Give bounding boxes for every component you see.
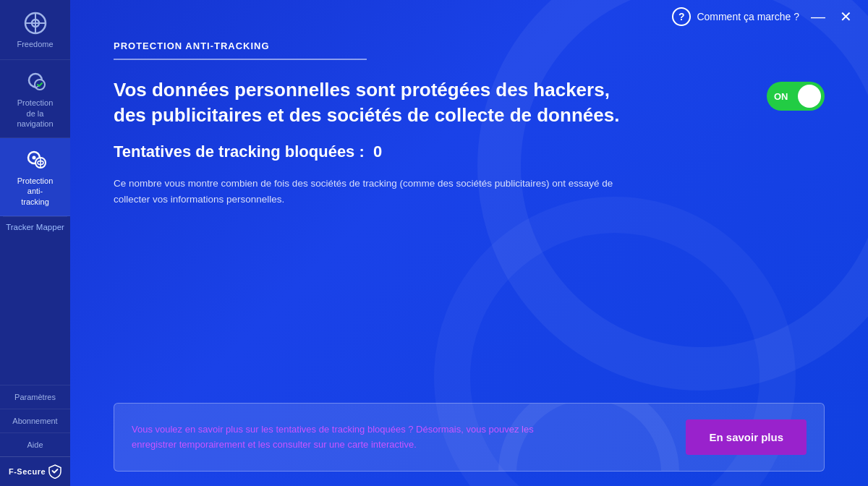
page-title: PROTECTION ANTI-TRACKING: [114, 40, 367, 60]
sidebar: Freedome Protectionde lanavigation Prote…: [0, 0, 70, 486]
main-section: Vos données personnelles sont protégées …: [114, 77, 825, 207]
sidebar-item-tracker-mapper[interactable]: Tracker Mapper: [3, 216, 67, 237]
tracking-count-value: 0: [373, 142, 382, 161]
tracking-description: Ce nombre vous montre combien de fois de…: [114, 176, 649, 207]
help-button[interactable]: ? Comment ça marche ?: [672, 7, 799, 26]
help-label: Comment ça marche ?: [697, 11, 799, 22]
promo-button[interactable]: En savoir plus: [686, 419, 807, 455]
toggle-label: ON: [774, 91, 788, 102]
svg-point-7: [32, 156, 35, 160]
help-icon: ?: [672, 7, 691, 26]
sidebar-item-aide[interactable]: Aide: [0, 432, 70, 456]
main-text-block: Vos données personnelles sont protégées …: [114, 77, 738, 207]
minimize-button[interactable]: —: [808, 8, 828, 25]
toggle-knob: [798, 85, 821, 108]
sidebar-item-parametres[interactable]: Paramètres: [0, 385, 70, 409]
tracking-count: Tentatives de tracking bloquées : 0: [114, 142, 738, 161]
close-button[interactable]: ✕: [837, 8, 855, 25]
content-area: PROTECTION ANTI-TRACKING Vos données per…: [70, 33, 868, 486]
sidebar-item-protection-navigation-label: Protectionde lanavigation: [17, 98, 53, 129]
sidebar-bottom: Paramètres Abonnement Aide F-Secure: [0, 385, 70, 486]
sidebar-item-abonnement[interactable]: Abonnement: [0, 409, 70, 432]
main-heading: Vos données personnelles sont protégées …: [114, 77, 620, 128]
main-content: ? Comment ça marche ? — ✕ PROTECTION ANT…: [70, 0, 868, 486]
sidebar-item-protection-anti-tracking-label: Protectionanti-tracking: [17, 176, 54, 207]
promo-card: Vous voulez en savoir plus sur les tenta…: [114, 403, 825, 472]
header: ? Comment ça marche ? — ✕: [70, 0, 868, 33]
sidebar-item-protection-anti-tracking[interactable]: Protectionanti-tracking: [0, 138, 70, 216]
sidebar-item-protection-navigation[interactable]: Protectionde lanavigation: [0, 60, 70, 138]
sidebar-item-freedome-label: Freedome: [17, 39, 53, 49]
fsecure-logo: F-Secure: [0, 456, 70, 486]
protection-toggle[interactable]: ON: [767, 82, 825, 111]
promo-text: Vous voulez en savoir plus sur les tenta…: [132, 422, 537, 451]
sidebar-item-freedome[interactable]: Freedome: [0, 0, 70, 60]
toggle-container: ON: [767, 82, 825, 111]
tracking-count-label: Tentatives de tracking bloquées :: [114, 142, 365, 161]
